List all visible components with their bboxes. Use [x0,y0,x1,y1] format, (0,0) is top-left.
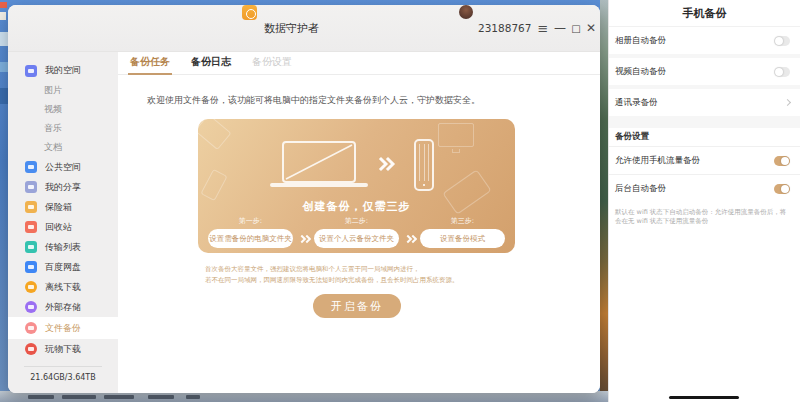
phone-setting-row[interactable]: 后台自动备份 [609,175,800,202]
sidebar-item-label: 离线下载 [45,281,81,294]
welcome-text: 欢迎使用文件备份，该功能可将电脑中的指定文件夹备份到个人云，守护数据安全。 [147,94,600,107]
user-id: 23188767 [478,22,531,34]
phone-row-label: 通讯录备份 [615,97,658,109]
sidebar-item[interactable]: 音乐 [8,119,118,138]
sidebar-item[interactable]: 保险箱 [8,197,118,217]
sidebar-item-label: 保险箱 [45,201,72,214]
safe-box-icon [25,201,37,213]
main-content: 备份任务备份日志备份设置 欢迎使用文件备份，该功能可将电脑中的指定文件夹备份到个… [118,52,600,393]
backup-note: 首次备份大容量文件，强烈建议您将电脑和个人云置于同一局域网内进行， 若不在同一局… [205,264,600,286]
section-gap [609,116,800,128]
laptop-icon [282,141,356,183]
laptop-base-icon [270,183,368,187]
tab-备份设置[interactable]: 备份设置 [250,55,294,74]
my-space-icon [25,65,37,77]
steps: 第一步:第二步:第三步: 设置需备份的电脑文件夹设置个人云备份文件夹设置备份模式 [208,216,505,248]
toggle-knob [775,37,783,45]
home-indicator [669,396,739,399]
maximize-button[interactable]: □ [569,23,583,34]
phone-setting-label: 允许使用手机流量备份 [615,155,700,167]
step-button[interactable]: 设置备份模式 [420,229,505,248]
toggle-knob [781,185,789,193]
desktop-icon-fragment [0,62,8,72]
phone-row[interactable]: 通讯录备份 [609,89,800,116]
sidebar-item-label: 百度网盘 [45,261,81,274]
card-headline: 创建备份，仅需三步 [198,199,515,214]
step-gap [399,216,420,226]
start-backup-button[interactable]: 开启备份 [313,294,401,318]
phone-row[interactable]: 视频自动备份 [609,58,800,85]
desktop-icon-fragment [0,88,8,104]
toggle-switch[interactable] [774,184,790,194]
sidebar-item[interactable]: 回收站 [8,217,118,237]
recycle-bin-icon [25,221,37,233]
desktop-icon-fragment [0,12,6,20]
chevron-right-icon [784,99,791,106]
step-label: 第二步: [314,216,399,226]
sidebar-item-label: 音乐 [44,122,62,135]
desktop-label-fragment [28,395,54,399]
step-label: 第一步: [208,216,293,226]
sidebar-item-label: 文档 [44,141,62,154]
transfer-list-icon [25,241,37,253]
sidebar-items: 我的空间图片视频音乐文档公共空间我的分享保险箱回收站传输列表百度网盘离线下载外部… [8,60,118,359]
phone-setting-label: 后台自动备份 [615,183,666,195]
sidebar-item-label: 我的空间 [45,64,81,77]
sidebar-item[interactable]: 文件备份 [8,317,118,339]
step-button[interactable]: 设置需备份的电脑文件夹 [208,229,293,248]
sidebar-item-label: 回收站 [45,221,72,234]
user-avatar[interactable] [459,5,473,19]
close-button[interactable]: ✕ [584,21,598,35]
sidebar-item[interactable]: 公共空间 [8,157,118,177]
toggle-knob [775,68,783,76]
tab-备份日志[interactable]: 备份日志 [189,55,233,74]
storage-usage: 21.64GB/3.64TB [8,373,118,382]
sidebar-divider [24,366,102,367]
sidebar-item[interactable]: 传输列表 [8,237,118,257]
sidebar-item[interactable]: 我的空间 [8,60,118,81]
arrow-right-icon [399,236,420,242]
desktop-label-fragment [148,395,174,399]
sidebar-item[interactable]: 离线下载 [8,277,118,297]
sidebar-item[interactable]: 图片 [8,81,118,100]
sidebar-item[interactable]: 视频 [8,100,118,119]
backup-settings-header: 备份设置 [609,128,800,146]
phone-row[interactable]: 相册自动备份 [609,27,800,54]
step-label: 第三步: [420,216,505,226]
sidebar-item-label: 视频 [44,103,62,116]
app-window: 数据守护者 23188767 ≡ — □ ✕ 我的空间图片视频音乐文档公共空间我… [8,5,600,393]
sidebar: 我的空间图片视频音乐文档公共空间我的分享保险箱回收站传输列表百度网盘离线下载外部… [8,52,118,393]
sidebar-item[interactable]: 玩物下载 [8,339,118,359]
step-gap [293,216,314,226]
sidebar-item[interactable]: 文档 [8,138,118,157]
titlebar: 数据守护者 23188767 ≡ — □ ✕ [8,5,600,52]
app-logo-icon [242,5,257,20]
note-line-2: 若不在同一局域网，因网速所限导致无法短时间内完成备份，且会长时间占用系统资源。 [205,275,600,286]
note-line-1: 首次备份大容量文件，强烈建议您将电脑和个人云置于同一局域网内进行， [205,264,600,275]
sidebar-item-label: 我的分享 [45,181,81,194]
desktop-wallpaper-sliver [600,0,608,402]
phone-row-label: 相册自动备份 [615,35,666,47]
sidebar-item[interactable]: 百度网盘 [8,257,118,277]
briefcase-outline-icon [198,119,232,150]
step-button[interactable]: 设置个人云备份文件夹 [314,229,399,248]
toggle-switch[interactable] [774,67,790,77]
phone-setting-row[interactable]: 允许使用手机流量备份 [609,147,800,174]
desktop-icon-fragment [0,32,8,46]
sidebar-item-label: 传输列表 [45,241,81,254]
desktop-label-fragment [104,395,134,399]
menu-icon[interactable]: ≡ [536,21,550,36]
wanwu-download-icon [25,343,37,355]
sidebar-item[interactable]: 我的分享 [8,177,118,197]
tab-备份任务[interactable]: 备份任务 [128,55,172,74]
sidebar-item-label: 玩物下载 [45,343,81,356]
toggle-switch[interactable] [774,156,790,166]
monitor-stand-outline [452,149,460,153]
minimize-button[interactable]: — [553,21,567,35]
backup-intro-card: 创建备份，仅需三步 第一步:第二步:第三步: 设置需备份的电脑文件夹设置个人云备… [198,119,515,253]
sidebar-item[interactable]: 外部存储 [8,297,118,317]
sidebar-item-label: 图片 [44,84,62,97]
toggle-switch[interactable] [774,36,790,46]
desktop-icon-fragment [0,2,7,8]
phone-backup-panel: 手机备份 相册自动备份视频自动备份通讯录备份 备份设置 允许使用手机流量备份后台… [608,0,800,402]
